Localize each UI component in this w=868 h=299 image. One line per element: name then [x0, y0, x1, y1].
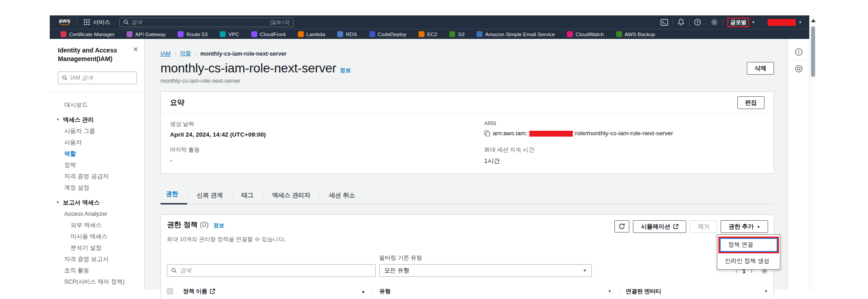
chevron-down-icon[interactable]: ▼ — [608, 289, 612, 294]
copy-icon[interactable] — [484, 130, 490, 137]
table-header-row: 정책 이름 ▲ — [161, 283, 774, 299]
favorite-cloudfront[interactable]: CloudFront — [251, 31, 286, 37]
favorite-ec2[interactable]: EC2 — [419, 31, 437, 37]
sidebar-item-unused-access[interactable]: 미사용 액세스 — [50, 231, 144, 242]
chevron-down-icon[interactable]: ▼ — [764, 289, 768, 294]
tab-revoke-sessions[interactable]: 세션 취소 — [320, 189, 364, 204]
tab-permissions[interactable]: 권한 — [160, 187, 187, 204]
refresh-icon — [618, 223, 625, 230]
aws-logo[interactable]: aws — [59, 18, 71, 26]
created-date-label: 생성 날짜 — [170, 120, 484, 128]
policy-search-box[interactable] — [167, 264, 376, 277]
chevron-down-icon: ▼ — [583, 268, 587, 273]
services-menu-button[interactable]: 서비스 — [77, 19, 117, 26]
sidebar-item-external-access[interactable]: 외부 액세스 — [50, 219, 144, 231]
top-navigation-bar: aws 서비스 [알트+S] — [50, 15, 809, 29]
arn-field: ARN arn:aws:iam:::role/monthly-cs-iam-ro… — [484, 120, 764, 138]
sidebar-item-users[interactable]: 사용자 — [50, 137, 144, 148]
iam-search-input[interactable] — [70, 75, 133, 81]
sort-ascending-icon[interactable]: ▲ — [361, 289, 365, 294]
sidebar-item-account-settings[interactable]: 계정 설정 — [50, 182, 144, 193]
scrollbar-thumb[interactable] — [811, 26, 815, 77]
sidebar-item-dashboard[interactable]: 대시보드 — [50, 99, 144, 110]
tab-access-advisor[interactable]: 액세스 관리자 — [263, 189, 320, 204]
favorite-aws-backup[interactable]: AWS Backup — [616, 31, 655, 37]
sidebar-item-roles[interactable]: 역할 — [50, 148, 144, 159]
service-icon — [178, 31, 184, 37]
type-filter-value: 모든 유형 — [384, 266, 410, 275]
info-panel-button[interactable] — [792, 45, 806, 59]
policy-search-input[interactable] — [180, 267, 371, 274]
settings-button[interactable] — [706, 15, 722, 29]
favorite-api-gateway[interactable]: API Gateway — [127, 31, 165, 37]
favorite-vpc[interactable]: VPC — [220, 31, 239, 37]
sidebar-item-access-analyzer[interactable]: Access Analyzer — [50, 208, 144, 219]
refresh-button[interactable] — [614, 220, 629, 233]
scroll-up-arrow[interactable] — [811, 19, 816, 22]
simulate-button[interactable]: 시뮬레이션 — [633, 220, 686, 233]
column-type[interactable]: 유형 — [379, 288, 391, 295]
last-activity-label: 마지막 활동 — [170, 146, 484, 154]
column-attached-entities[interactable]: 연결된 엔터티 — [626, 288, 661, 295]
service-icon — [567, 31, 573, 37]
global-search-box[interactable]: [알트+S] — [119, 18, 293, 27]
right-rail — [788, 39, 809, 290]
help-button[interactable]: ? — [689, 15, 706, 29]
close-icon[interactable]: × — [133, 46, 138, 63]
service-icon — [61, 31, 66, 37]
search-icon — [171, 268, 177, 273]
edit-button[interactable]: 편집 — [737, 96, 764, 109]
service-icon — [337, 31, 343, 37]
type-filter-label: 필터링 기준 유형 — [379, 254, 592, 262]
permissions-info-link[interactable]: 정보 — [213, 222, 224, 228]
side-panel-button[interactable] — [792, 62, 806, 76]
region-selector[interactable]: 글로벌 ▼ — [727, 18, 755, 27]
favorite-codedeploy[interactable]: CodeDeploy — [369, 31, 406, 37]
title-info-link[interactable]: 정보 — [340, 66, 351, 74]
sidebar-item-organization-activity[interactable]: 조직 활동 — [50, 265, 144, 276]
sidebar-item-identity-providers[interactable]: 자격 증명 공급자 — [50, 171, 144, 182]
chevron-up-icon: ▲ — [757, 223, 760, 230]
permissions-count: (0) — [200, 221, 209, 228]
global-search-input[interactable] — [132, 19, 268, 25]
menu-item-create-inline-policy[interactable]: 인라인 정책 생성 — [717, 255, 780, 268]
sidebar-item-policies[interactable]: 정책 — [50, 159, 144, 171]
delete-button[interactable]: 삭제 — [747, 62, 774, 75]
favorite-rds[interactable]: RDS — [337, 31, 357, 37]
favorite-route-53[interactable]: Route 53 — [178, 31, 208, 37]
iam-search-box[interactable] — [58, 71, 137, 84]
favorite-s3[interactable]: S3 — [449, 31, 464, 37]
column-policy-name[interactable]: 정책 이름 — [183, 288, 207, 295]
info-icon — [795, 48, 803, 56]
vertical-scrollbar[interactable] — [809, 15, 816, 290]
favorite-cloudwatch[interactable]: CloudWatch — [567, 31, 604, 37]
type-filter-select[interactable]: 모든 유형 ▼ — [379, 264, 592, 277]
service-icon — [476, 31, 482, 37]
summary-title: 요약 — [170, 98, 184, 108]
target-icon — [795, 65, 803, 73]
services-label: 서비스 — [93, 19, 110, 26]
menu-item-attach-policy[interactable]: 정책 연결 — [720, 238, 778, 252]
sidebar-item-user-groups[interactable]: 사용자 그룹 — [50, 125, 144, 137]
tab-tags[interactable]: 태그 — [232, 189, 263, 204]
cloudshell-button[interactable] — [656, 15, 672, 29]
tab-trust-relationships[interactable]: 신뢰 관계 — [188, 189, 232, 204]
account-id-redacted — [529, 131, 573, 137]
sidebar-item-analyzer-settings[interactable]: 분석기 설정 — [50, 242, 144, 253]
favorite-ses[interactable]: Amazon Simple Email Service — [476, 31, 555, 37]
sidebar-section-access-reports[interactable]: ▼보고서 액세스 — [50, 197, 144, 208]
sidebar-item-scp[interactable]: SCP(서비스 제어 정책) — [50, 276, 144, 287]
breadcrumb-iam[interactable]: IAM — [160, 51, 170, 57]
notifications-button[interactable] — [673, 15, 689, 29]
favorites-bar: Certificate Manager API Gateway Route 53… — [50, 29, 809, 39]
select-all-checkbox — [167, 288, 173, 294]
breadcrumb-roles[interactable]: 역할 — [180, 50, 191, 57]
sidebar-section-access-management[interactable]: ▼액세스 관리 — [50, 114, 144, 125]
breadcrumb: IAM › 역할 › monthly-cs-iam-role-next-serv… — [160, 50, 774, 57]
add-permissions-button[interactable]: 권한 추가 ▲ — [721, 220, 768, 233]
favorite-lambda[interactable]: Lambda — [298, 31, 326, 37]
sidebar-item-credential-report[interactable]: 자격 증명 보고서 — [50, 253, 144, 265]
favorite-certificate-manager[interactable]: Certificate Manager — [61, 31, 114, 37]
external-link-icon — [673, 224, 679, 229]
account-menu[interactable]: ▼ — [768, 19, 802, 26]
